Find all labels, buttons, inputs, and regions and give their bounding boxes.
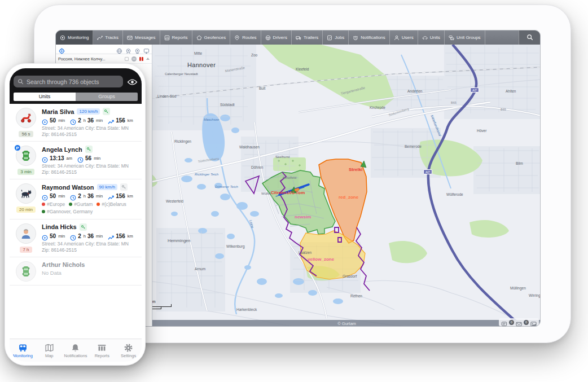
phone-screen: UnitsGroups 56 sMaria Silva120 km/h50min… <box>10 68 142 362</box>
tab-reports[interactable]: Reports <box>160 30 192 45</box>
messages-widget-icon[interactable] <box>501 319 507 326</box>
unit-address: Street: 34 American City: Etna State: MN… <box>42 241 137 253</box>
map-mini-toolbar[interactable]: 0 0 <box>499 318 539 326</box>
tab-jobs[interactable]: Jobs <box>323 30 349 45</box>
stat-clock: 2h36min <box>70 233 103 239</box>
tag-dot <box>96 203 100 206</box>
eye-icon[interactable] <box>127 78 138 86</box>
bottomnav-notifications[interactable]: Notifications <box>63 343 89 358</box>
stat-value: 50 <box>50 233 56 239</box>
tab-users[interactable]: Users <box>390 30 418 45</box>
unit-item-arthur-nichols[interactable]: Arthur NicholsNo Data <box>10 257 142 286</box>
bottomnav-monitoring[interactable]: Monitoring <box>10 343 36 358</box>
stat-unit: min <box>58 234 65 239</box>
tab-monitoring[interactable]: Monitoring <box>56 30 93 45</box>
unit-name: Arthur Nichols <box>42 261 85 268</box>
stat-unit: km <box>128 118 133 123</box>
mail-widget-icon[interactable] <box>516 319 522 326</box>
monitoring-icon <box>60 35 65 41</box>
globe-icon[interactable] <box>116 46 122 52</box>
key-icon <box>103 108 110 115</box>
bottomnav-map[interactable]: Map <box>36 343 63 358</box>
tab-label: Trailers <box>304 35 318 40</box>
phone-device: UnitsGroups 56 sMaria Silva120 km/h50min… <box>5 63 146 366</box>
stat-play: 50min <box>42 193 65 199</box>
unit-item-angela-lynch[interactable]: P3 minAngela Lynch13:13am56minStreet: 34… <box>10 142 142 179</box>
stat-value: 56 <box>85 155 91 161</box>
stat-play: 13:13am <box>42 155 72 161</box>
tab-routes[interactable]: Routes <box>230 30 261 45</box>
gear-icon <box>124 343 133 353</box>
search-icon <box>17 78 24 85</box>
stat-value: 2 <box>78 233 81 239</box>
expand-icon[interactable] <box>146 58 150 60</box>
phone-bottom-nav: MonitoringMapNotificationsReportsSetting… <box>10 339 142 362</box>
stat-value: 156 <box>116 193 125 199</box>
tab-messages[interactable]: Messages <box>123 30 160 45</box>
navbar-search-button[interactable] <box>519 30 540 45</box>
person-avatar <box>16 223 36 244</box>
tab-label: Units <box>430 35 440 40</box>
reports-cols-icon <box>97 343 107 353</box>
bottomnav-label: Reports <box>95 353 109 358</box>
unit-row-russia[interactable]: Россия, Нижнее Колчу... <box>56 54 152 64</box>
unit-item-maria-silva[interactable]: 56 sMaria Silva120 km/h50min2h36min156km… <box>10 104 142 142</box>
bottomnav-settings[interactable]: Settings <box>115 343 142 358</box>
tab-geofences[interactable]: Geofences <box>192 30 231 45</box>
unit-name: Linda Hicks <box>42 223 77 230</box>
tag-label: #Gurtam <box>74 201 93 207</box>
tab-trailers[interactable]: Trailers <box>292 30 323 45</box>
search-bar[interactable] <box>14 76 123 87</box>
scooter-avatar <box>16 108 36 128</box>
search-icon <box>526 33 533 43</box>
units-icon <box>422 35 428 41</box>
road-badge: A7 <box>470 87 479 93</box>
stat-trend: 156km <box>108 117 133 124</box>
play-icon <box>42 155 48 161</box>
key-icon <box>85 146 93 153</box>
unit-item-raymond-watson[interactable]: 20 minRaymond Watson90 km/h50min2h36min1… <box>10 179 142 219</box>
car-green-avatar <box>16 261 36 282</box>
geofences-icon <box>196 35 202 41</box>
stat-value: 2 <box>78 193 81 199</box>
stat-value: 36 <box>87 117 94 124</box>
road-badge: A7 <box>423 169 432 174</box>
units-list[interactable]: 56 sMaria Silva120 km/h50min2h36min156km… <box>10 104 142 339</box>
tab-drivers[interactable]: Drivers <box>261 30 292 45</box>
tab-unit-groups[interactable]: Unit Groups <box>445 30 485 45</box>
tab-label: Notifications <box>361 35 385 40</box>
unit-tag: #Gannover, Germany <box>42 209 93 214</box>
tab-label: Unit Groups <box>457 35 481 40</box>
tab-tracks[interactable]: Tracks <box>93 30 123 45</box>
duration-badge: 3 min <box>17 169 34 175</box>
camera-icon[interactable] <box>125 46 131 52</box>
target-icon[interactable] <box>59 46 65 52</box>
stat-value: 36 <box>87 233 94 239</box>
tab-groups[interactable]: Groups <box>76 93 138 101</box>
monitor-icon[interactable] <box>143 46 150 52</box>
bottomnav-reports[interactable]: Reports <box>89 343 115 358</box>
unit-item-linda-hicks[interactable]: 7 hLinda Hicks50min2h36min156kmStreet: 3… <box>10 219 142 257</box>
bottomnav-label: Monitoring <box>13 353 33 358</box>
panel-toolbar <box>56 45 152 54</box>
unit-name: Raymond Watson <box>42 184 94 191</box>
remove-icon[interactable] <box>131 56 137 62</box>
stat-value: 36 <box>87 193 94 199</box>
users-icon <box>394 35 400 41</box>
stat-play: 50min <box>42 233 65 239</box>
photo-widget-icon[interactable] <box>530 319 537 326</box>
unit-checkbox[interactable] <box>125 57 129 61</box>
tab-label: Reports <box>172 35 188 40</box>
tab-label: Monitoring <box>68 35 89 40</box>
trend-icon <box>108 193 114 199</box>
stat-unit: km <box>128 194 133 199</box>
webcam-icon[interactable] <box>134 46 141 52</box>
search-input[interactable] <box>27 78 119 85</box>
tab-units[interactable]: Units <box>14 93 76 101</box>
tab-notifications[interactable]: Notifications <box>349 30 390 45</box>
tab-units[interactable]: Units <box>418 30 445 45</box>
bell-icon <box>71 343 80 353</box>
map-attribution: © Gurtam <box>152 320 541 327</box>
speed-badge: 90 km/h <box>97 184 117 190</box>
stat-value: 156 <box>116 233 125 239</box>
